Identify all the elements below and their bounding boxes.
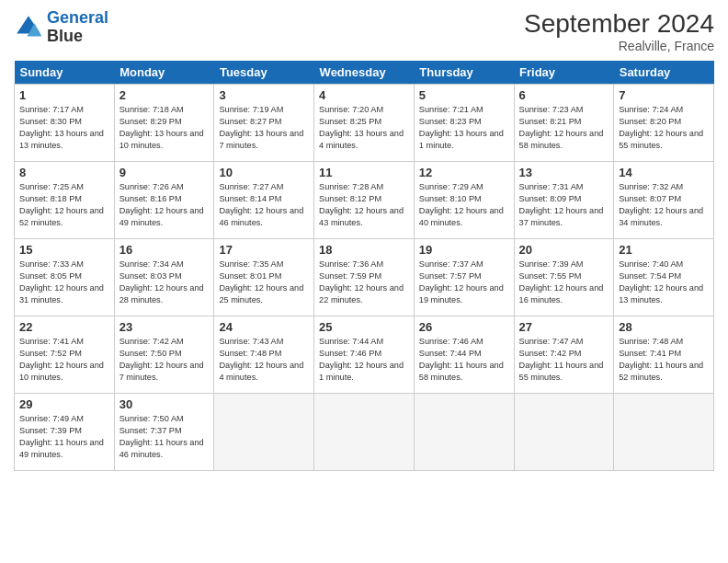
day-info: Sunrise: 7:49 AMSunset: 7:39 PMDaylight:… xyxy=(19,413,109,461)
day-info: Sunrise: 7:37 AMSunset: 7:57 PMDaylight:… xyxy=(419,259,509,306)
day-info: Sunrise: 7:17 AMSunset: 8:30 PMDaylight:… xyxy=(19,104,109,152)
day-info: Sunrise: 7:46 AMSunset: 7:44 PMDaylight:… xyxy=(419,336,509,384)
week-row-0: 1Sunrise: 7:17 AMSunset: 8:30 PMDaylight… xyxy=(15,85,714,162)
day-number: 14 xyxy=(619,166,709,179)
day-info: Sunrise: 7:34 AMSunset: 8:03 PMDaylight:… xyxy=(119,259,210,306)
day-cell-1: 1Sunrise: 7:17 AMSunset: 8:30 PMDaylight… xyxy=(15,85,115,162)
day-cell-2: 2Sunrise: 7:18 AMSunset: 8:29 PMDaylight… xyxy=(114,85,214,162)
day-number: 25 xyxy=(319,320,409,334)
day-number: 28 xyxy=(619,320,709,334)
day-cell-16: 16Sunrise: 7:34 AMSunset: 8:03 PMDayligh… xyxy=(114,239,214,316)
page-container: General Blue September 2024 Realville, F… xyxy=(0,0,728,480)
day-cell-4: 4Sunrise: 7:20 AMSunset: 8:25 PMDaylight… xyxy=(314,85,415,162)
day-header-tuesday: Tuesday xyxy=(214,61,314,85)
day-header-monday: Monday xyxy=(114,61,214,85)
day-number: 16 xyxy=(119,243,210,257)
logo: General Blue xyxy=(14,9,108,46)
week-row-3: 22Sunrise: 7:41 AMSunset: 7:52 PMDayligh… xyxy=(15,316,714,394)
day-cell-20: 20Sunrise: 7:39 AMSunset: 7:55 PMDayligh… xyxy=(514,239,614,316)
day-number: 24 xyxy=(219,320,309,334)
day-number: 2 xyxy=(119,88,210,102)
day-cell-26: 26Sunrise: 7:46 AMSunset: 7:44 PMDayligh… xyxy=(414,316,514,394)
day-header-saturday: Saturday xyxy=(614,61,714,85)
day-info: Sunrise: 7:20 AMSunset: 8:25 PMDaylight:… xyxy=(319,104,409,152)
day-info: Sunrise: 7:33 AMSunset: 8:05 PMDaylight:… xyxy=(19,259,109,306)
calendar-body: 1Sunrise: 7:17 AMSunset: 8:30 PMDaylight… xyxy=(15,85,714,471)
day-cell-29: 29Sunrise: 7:49 AMSunset: 7:39 PMDayligh… xyxy=(15,394,115,471)
day-info: Sunrise: 7:19 AMSunset: 8:27 PMDaylight:… xyxy=(219,104,309,152)
day-info: Sunrise: 7:25 AMSunset: 8:18 PMDaylight:… xyxy=(19,181,109,229)
day-info: Sunrise: 7:35 AMSunset: 8:01 PMDaylight:… xyxy=(219,259,309,306)
day-cell-17: 17Sunrise: 7:35 AMSunset: 8:01 PMDayligh… xyxy=(214,239,314,316)
day-number: 22 xyxy=(19,320,109,334)
day-cell-18: 18Sunrise: 7:36 AMSunset: 7:59 PMDayligh… xyxy=(314,239,415,316)
day-cell-25: 25Sunrise: 7:44 AMSunset: 7:46 PMDayligh… xyxy=(314,316,415,394)
day-cell-10: 10Sunrise: 7:27 AMSunset: 8:14 PMDayligh… xyxy=(214,162,314,239)
day-cell-27: 27Sunrise: 7:47 AMSunset: 7:42 PMDayligh… xyxy=(514,316,614,394)
logo-text: General Blue xyxy=(47,9,108,46)
day-header-thursday: Thursday xyxy=(414,61,514,85)
day-number: 17 xyxy=(219,243,309,257)
day-cell-3: 3Sunrise: 7:19 AMSunset: 8:27 PMDaylight… xyxy=(214,85,314,162)
day-number: 1 xyxy=(19,88,109,102)
day-cell-30: 30Sunrise: 7:50 AMSunset: 7:37 PMDayligh… xyxy=(114,394,214,471)
day-number: 29 xyxy=(19,397,109,411)
day-number: 12 xyxy=(419,166,509,179)
empty-cell xyxy=(614,394,714,471)
day-number: 27 xyxy=(519,320,609,334)
day-cell-7: 7Sunrise: 7:24 AMSunset: 8:20 PMDaylight… xyxy=(614,85,714,162)
day-number: 21 xyxy=(619,243,709,257)
day-header-friday: Friday xyxy=(514,61,614,85)
week-row-4: 29Sunrise: 7:49 AMSunset: 7:39 PMDayligh… xyxy=(15,394,714,471)
day-cell-8: 8Sunrise: 7:25 AMSunset: 8:18 PMDaylight… xyxy=(15,162,115,239)
day-info: Sunrise: 7:44 AMSunset: 7:46 PMDaylight:… xyxy=(319,336,409,384)
empty-cell xyxy=(214,394,314,471)
day-info: Sunrise: 7:48 AMSunset: 7:41 PMDaylight:… xyxy=(619,336,709,384)
calendar-table: SundayMondayTuesdayWednesdayThursdayFrid… xyxy=(14,61,714,471)
day-number: 7 xyxy=(619,88,709,102)
day-cell-23: 23Sunrise: 7:42 AMSunset: 7:50 PMDayligh… xyxy=(114,316,214,394)
day-cell-24: 24Sunrise: 7:43 AMSunset: 7:48 PMDayligh… xyxy=(214,316,314,394)
day-cell-11: 11Sunrise: 7:28 AMSunset: 8:12 PMDayligh… xyxy=(314,162,415,239)
day-number: 13 xyxy=(519,166,609,179)
day-number: 23 xyxy=(119,320,210,334)
day-cell-9: 9Sunrise: 7:26 AMSunset: 8:16 PMDaylight… xyxy=(114,162,214,239)
empty-cell xyxy=(414,394,514,471)
day-info: Sunrise: 7:47 AMSunset: 7:42 PMDaylight:… xyxy=(519,336,609,384)
week-row-1: 8Sunrise: 7:25 AMSunset: 8:18 PMDaylight… xyxy=(15,162,714,239)
day-info: Sunrise: 7:43 AMSunset: 7:48 PMDaylight:… xyxy=(219,336,309,384)
day-info: Sunrise: 7:31 AMSunset: 8:09 PMDaylight:… xyxy=(519,181,609,229)
day-info: Sunrise: 7:29 AMSunset: 8:10 PMDaylight:… xyxy=(419,181,509,229)
day-number: 18 xyxy=(319,243,409,257)
day-info: Sunrise: 7:39 AMSunset: 7:55 PMDaylight:… xyxy=(519,259,609,306)
day-number: 5 xyxy=(419,88,509,102)
day-number: 9 xyxy=(119,166,210,179)
page-header: General Blue September 2024 Realville, F… xyxy=(14,9,714,53)
empty-cell xyxy=(514,394,614,471)
day-number: 20 xyxy=(519,243,609,257)
day-cell-12: 12Sunrise: 7:29 AMSunset: 8:10 PMDayligh… xyxy=(414,162,514,239)
day-cell-19: 19Sunrise: 7:37 AMSunset: 7:57 PMDayligh… xyxy=(414,239,514,316)
day-cell-28: 28Sunrise: 7:48 AMSunset: 7:41 PMDayligh… xyxy=(614,316,714,394)
empty-cell xyxy=(314,394,415,471)
day-info: Sunrise: 7:40 AMSunset: 7:54 PMDaylight:… xyxy=(619,259,709,306)
logo-icon xyxy=(14,13,43,42)
day-number: 30 xyxy=(119,397,210,411)
day-info: Sunrise: 7:32 AMSunset: 8:07 PMDaylight:… xyxy=(619,181,709,229)
day-number: 6 xyxy=(519,88,609,102)
day-info: Sunrise: 7:50 AMSunset: 7:37 PMDaylight:… xyxy=(119,413,210,461)
day-info: Sunrise: 7:23 AMSunset: 8:21 PMDaylight:… xyxy=(519,104,609,152)
day-header-sunday: Sunday xyxy=(15,61,115,85)
day-cell-13: 13Sunrise: 7:31 AMSunset: 8:09 PMDayligh… xyxy=(514,162,614,239)
day-info: Sunrise: 7:26 AMSunset: 8:16 PMDaylight:… xyxy=(119,181,210,229)
day-info: Sunrise: 7:42 AMSunset: 7:50 PMDaylight:… xyxy=(119,336,210,384)
day-number: 15 xyxy=(19,243,109,257)
day-info: Sunrise: 7:21 AMSunset: 8:23 PMDaylight:… xyxy=(419,104,509,152)
day-info: Sunrise: 7:18 AMSunset: 8:29 PMDaylight:… xyxy=(119,104,210,152)
day-number: 8 xyxy=(19,166,109,179)
day-header-wednesday: Wednesday xyxy=(314,61,415,85)
day-info: Sunrise: 7:24 AMSunset: 8:20 PMDaylight:… xyxy=(619,104,709,152)
title-block: September 2024 Realville, France xyxy=(524,9,714,53)
day-number: 11 xyxy=(319,166,409,179)
day-cell-21: 21Sunrise: 7:40 AMSunset: 7:54 PMDayligh… xyxy=(614,239,714,316)
